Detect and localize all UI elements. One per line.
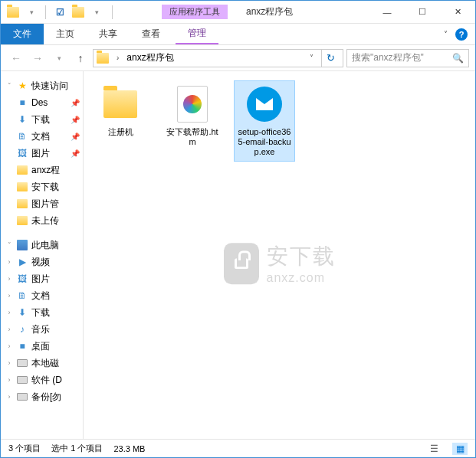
tab-home[interactable]: 主页 [44,24,87,44]
folder-icon [97,53,109,64]
sidebar-item-anxia[interactable]: 安下载 [1,178,83,195]
status-size: 23.3 MB [113,444,145,453]
properties-icon[interactable]: ☑ [52,5,67,20]
sidebar-item-pictures[interactable]: 🖼图片📌 [1,145,83,162]
sidebar-item-backup[interactable]: ›备份[勿 [1,388,83,405]
file-label: setup-office365-email-backup.exe [238,127,291,158]
titlebar: ▾ ☑ ▾ 应用程序工具 anxz程序包 — ☐ ✕ [1,1,475,24]
new-folder-icon[interactable] [71,5,86,20]
sidebar-item-localdisk[interactable]: ›本地磁 [1,355,83,371]
details-view-button[interactable]: ☰ [426,443,442,455]
sidebar-item-software[interactable]: ›软件 (D [1,371,83,388]
sidebar-item-downloads[interactable]: ⬇下载📌 [1,111,83,128]
maximize-button[interactable]: ☐ [405,1,440,24]
sidebar-item-videos[interactable]: ›▶视频 [1,254,83,270]
up-button[interactable]: ↑ [71,49,90,67]
tab-view[interactable]: 查看 [130,24,172,44]
folder-icon[interactable] [5,5,21,20]
minimize-button[interactable]: — [369,1,405,24]
watermark-cn: 安下载 [267,242,336,271]
exe-icon [245,84,284,124]
tab-manage[interactable]: 管理 [176,24,218,44]
status-bar: 3 个项目 选中 1 个项目 23.3 MB ☰ ▦ [1,439,475,457]
address-bar[interactable]: › anxz程序包 ˅ ↻ [93,49,343,67]
sidebar-item-music[interactable]: ›♪音乐 [1,321,83,338]
sidebar-item-desktop[interactable]: ■Des📌 [1,94,83,111]
window-title: anxz程序包 [228,5,369,18]
file-item-exe[interactable]: setup-office365-email-backup.exe [234,80,295,162]
qat-customize-icon[interactable]: ▾ [89,5,104,20]
ribbon-collapse-icon[interactable]: ˅ [444,30,448,38]
search-placeholder: 搜索"anxz程序包" [352,51,424,64]
sidebar-item-quick-access[interactable]: ˅★快速访问 [1,77,83,94]
navigation-pane: ˅★快速访问 ■Des📌 ⬇下载📌 🗎文档📌 🖼图片📌 anxz程 安下载 图片… [1,71,84,439]
shield-icon [224,243,259,284]
back-button[interactable]: ← [7,49,25,67]
sidebar-item-pictures2[interactable]: ›🖼图片 [1,270,83,287]
breadcrumb-location[interactable]: anxz程序包 [126,51,302,64]
search-input[interactable]: 搜索"anxz程序包" 🔍 [346,49,469,67]
forward-button[interactable]: → [28,49,47,67]
sidebar-item-notup[interactable]: 未上传 [1,212,83,229]
htm-icon [172,84,212,124]
sidebar-item-documents[interactable]: 🗎文档📌 [1,128,83,145]
help-icon[interactable]: ? [455,28,468,41]
chevron-down-icon[interactable]: ˅ [307,54,317,62]
file-item-folder[interactable]: 注册机 [90,80,151,141]
sidebar-item-thispc[interactable]: ˅此电脑 [1,237,83,254]
status-selected: 选中 1 个项目 [51,443,103,454]
main-area: ˅★快速访问 ■Des📌 ⬇下载📌 🗎文档📌 🖼图片📌 anxz程 安下载 图片… [1,71,475,439]
ribbon-context-label: 应用程序工具 [162,5,228,19]
watermark-en: anxz.com [267,271,336,285]
qat-dropdown-icon[interactable]: ▾ [24,5,39,20]
file-item-htm[interactable]: 安下载帮助.htm [162,80,223,151]
file-label: 安下载帮助.htm [166,127,219,147]
sidebar-item-documents2[interactable]: ›🗎文档 [1,287,83,304]
sidebar-item-anxz[interactable]: anxz程 [1,162,83,178]
watermark: 安下载 anxz.com [224,242,336,285]
refresh-button[interactable]: ↻ [321,50,340,67]
file-label: 注册机 [108,127,133,137]
icons-view-button[interactable]: ▦ [452,443,468,455]
search-icon[interactable]: 🔍 [452,53,464,64]
divider [45,5,46,19]
divider [112,5,113,19]
folder-icon [100,84,140,124]
nav-row: ← → ▾ ↑ › anxz程序包 ˅ ↻ 搜索"anxz程序包" 🔍 [1,45,475,71]
quick-access-toolbar: ▾ ☑ ▾ [1,5,109,20]
tab-file[interactable]: 文件 [1,24,44,44]
status-count: 3 个项目 [8,443,41,454]
tab-share[interactable]: 共享 [87,24,130,44]
sidebar-item-desktop2[interactable]: ›■桌面 [1,338,83,355]
content-pane[interactable]: 注册机 安下载帮助.htm setup-office365-email-back… [84,71,475,439]
window-controls: — ☐ ✕ [369,1,475,24]
close-button[interactable]: ✕ [440,1,475,24]
sidebar-item-picmgr[interactable]: 图片管 [1,195,83,212]
sidebar-item-downloads2[interactable]: ›⬇下载 [1,304,83,321]
chevron-right-icon[interactable]: › [113,54,122,62]
ribbon: 文件 主页 共享 查看 管理 ˅ ? [1,24,475,45]
recent-locations-icon[interactable]: ▾ [50,49,68,67]
